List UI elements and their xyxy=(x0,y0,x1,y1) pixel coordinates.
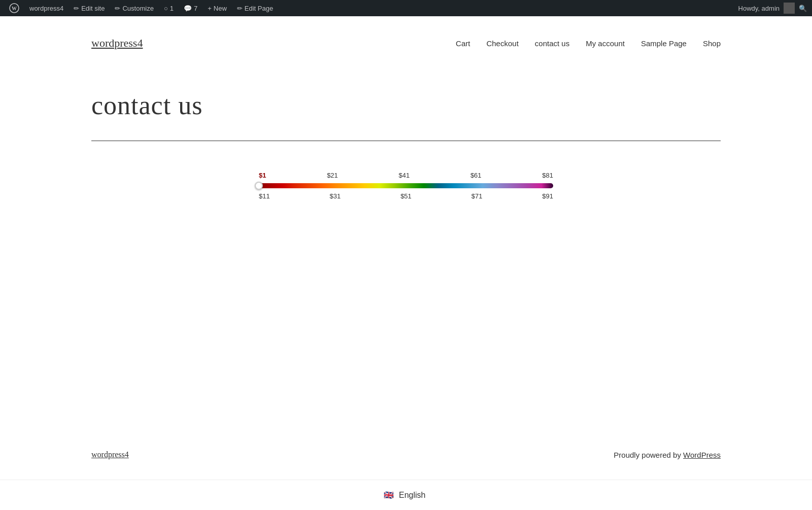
howdy-text: Howdy, admin xyxy=(738,5,780,12)
slider-label-1: $1 xyxy=(259,172,266,179)
comments-count: 7 xyxy=(194,5,197,12)
slider-label-11: $11 xyxy=(259,192,270,200)
language-label[interactable]: English xyxy=(399,491,425,499)
customize-label: Customize xyxy=(122,5,153,12)
nav-checkout[interactable]: Checkout xyxy=(486,39,518,48)
edit-page-label: Edit Page xyxy=(245,5,273,12)
wordpress-link[interactable]: WordPress xyxy=(683,451,721,459)
slider-label-91: $91 xyxy=(542,192,553,200)
admin-bar-comments[interactable]: 💬 7 xyxy=(180,0,201,16)
updates-icon: ○ xyxy=(164,5,168,12)
slider-bottom-labels: $11 $31 $51 $71 $91 xyxy=(259,192,553,200)
admin-bar: W wordpress4 ✏ Edit site ✏ Customize ○ 1… xyxy=(0,0,812,16)
slider-label-61: $61 xyxy=(470,172,482,179)
admin-avatar xyxy=(784,3,795,14)
section-divider xyxy=(91,141,721,141)
edit-site-icon: ✏ xyxy=(74,5,79,12)
comments-icon: 💬 xyxy=(184,5,192,12)
edit-site-label: Edit site xyxy=(81,5,105,12)
slider-label-71: $71 xyxy=(471,192,483,200)
updates-count: 1 xyxy=(170,5,174,12)
svg-text:W: W xyxy=(12,6,17,11)
slider-top-labels: $1 $21 $41 $61 $81 xyxy=(259,172,553,179)
slider-label-31: $31 xyxy=(330,192,341,200)
page-heading: contact us xyxy=(91,90,721,120)
site-header: wordpress4 Cart Checkout contact us My a… xyxy=(0,16,812,60)
slider-label-81: $81 xyxy=(542,172,553,179)
nav-shop[interactable]: Shop xyxy=(703,39,721,48)
admin-bar-new[interactable]: + New xyxy=(204,0,231,16)
site-nav: Cart Checkout contact us My account Samp… xyxy=(456,39,721,48)
price-slider-container: $1 $21 $41 $61 $81 $11 $31 $51 $71 $91 xyxy=(259,172,553,200)
main-content: contact us $1 $21 $41 $61 $81 $11 $31 $5… xyxy=(0,60,812,430)
admin-bar-customize[interactable]: ✏ Customize xyxy=(111,0,157,16)
nav-my-account[interactable]: My account xyxy=(586,39,625,48)
language-flag: 🇬🇧 xyxy=(384,491,394,499)
site-wrapper: wordpress4 Cart Checkout contact us My a… xyxy=(0,0,812,510)
nav-cart[interactable]: Cart xyxy=(456,39,470,48)
footer-site-title[interactable]: wordpress4 xyxy=(91,450,129,459)
nav-sample-page[interactable]: Sample Page xyxy=(641,39,687,48)
admin-bar-right: Howdy, admin 🔍 xyxy=(738,3,807,14)
customize-icon: ✏ xyxy=(115,5,120,12)
slider-thumb[interactable] xyxy=(255,182,263,190)
search-icon[interactable]: 🔍 xyxy=(799,5,807,12)
admin-bar-site-name[interactable]: wordpress4 xyxy=(25,0,67,16)
language-bar: 🇬🇧 English xyxy=(0,480,812,510)
nav-contact-us[interactable]: contact us xyxy=(535,39,569,48)
admin-bar-edit-site[interactable]: ✏ Edit site xyxy=(70,0,109,16)
new-label: New xyxy=(214,5,227,12)
footer-powered: Proudly powered by WordPress xyxy=(614,451,721,459)
site-title[interactable]: wordpress4 xyxy=(91,37,143,50)
admin-bar-wp-logo[interactable]: W xyxy=(5,0,23,16)
slider-label-21: $21 xyxy=(327,172,338,179)
new-icon: + xyxy=(208,5,212,12)
powered-text: Proudly powered by xyxy=(614,451,683,459)
slider-label-51: $51 xyxy=(400,192,412,200)
slider-track xyxy=(259,183,553,188)
admin-bar-edit-page[interactable]: ✏ Edit Page xyxy=(233,0,277,16)
slider-track-wrapper[interactable] xyxy=(259,181,553,190)
slider-label-41: $41 xyxy=(399,172,410,179)
site-footer: wordpress4 Proudly powered by WordPress xyxy=(0,430,812,480)
site-name-label: wordpress4 xyxy=(29,5,63,12)
edit-page-icon: ✏ xyxy=(237,5,243,12)
admin-bar-updates[interactable]: ○ 1 xyxy=(160,0,178,16)
